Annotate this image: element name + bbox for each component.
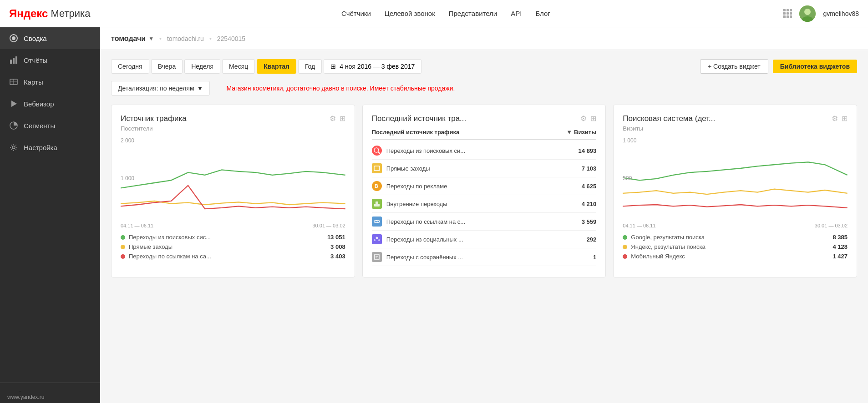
row0-value: 14 893 [579, 147, 597, 154]
filter-today[interactable]: Сегодня [111, 59, 149, 74]
settings-icon[interactable]: ⚙ [330, 114, 336, 123]
table-row: Прямые заходы 7 103 [372, 160, 597, 177]
card1-icons: ⚙ ⊞ [330, 114, 345, 123]
table-row: Переходы из социальных ... 292 [372, 231, 597, 248]
table-row: Внутренние переходы 4 210 [372, 195, 597, 213]
card3-subtitle: Визиты [623, 125, 848, 132]
legend-label-mobile-yandex: Мобильный Яндекс [631, 253, 685, 260]
legend-item: Google, результаты поиска 8 385 [623, 234, 848, 241]
apps-grid-icon[interactable] [783, 9, 792, 18]
sidebar-item-webvisor[interactable]: Вебвизор [0, 93, 100, 115]
card1-dates: 04.11 — 06.11 30.01 — 03.02 [121, 223, 345, 228]
create-widget-button[interactable]: + Создать виджет [700, 59, 768, 74]
sort-arrow: ▼ [566, 129, 572, 136]
footer-url: www.yandex.ru [7, 394, 44, 400]
detail-select[interactable]: Детализация: по неделям ▼ [111, 81, 210, 96]
legend-label-search: Переходы из поисковых сис... [129, 234, 211, 241]
legend-item: Мобильный Яндекс 1 427 [623, 253, 848, 260]
nav-calls[interactable]: Целевой звонок [385, 10, 435, 17]
date-range-button[interactable]: ⊞ 4 ноя 2016 — 3 фев 2017 [324, 59, 421, 74]
row4-value: 3 559 [582, 218, 597, 225]
avatar[interactable] [799, 5, 816, 22]
grid-icon[interactable]: ⊞ [842, 114, 848, 123]
saved-source-icon [372, 252, 382, 262]
settings-icon[interactable]: ⚙ [580, 114, 587, 123]
svg-point-14 [374, 148, 379, 152]
row6-value: 1 [593, 254, 596, 261]
sidebar-item-settings[interactable]: Настройка [0, 136, 100, 158]
logo[interactable]: Яндекс Метрика [9, 7, 90, 20]
site-selector[interactable]: томодачи ▼ [111, 35, 154, 43]
social-source-icon [372, 234, 382, 244]
logo-metrika: Метрика [51, 8, 90, 20]
filter-quarter[interactable]: Квартал [257, 59, 296, 74]
map-icon [9, 77, 18, 86]
card3-y-top: 1 000 [623, 137, 636, 144]
sidebar-item-maps[interactable]: Карты [0, 71, 100, 93]
filter-yesterday[interactable]: Вчера [151, 59, 183, 74]
filter-month[interactable]: Месяц [222, 59, 255, 74]
row1-label: Прямые заходы [386, 165, 577, 172]
site-url: tomodachi.ru [167, 35, 204, 42]
legend-label-links: Переходы по ссылкам на са... [129, 253, 211, 260]
card-traffic-source: Источник трафика ⚙ ⊞ Посетители 2 000 1 … [111, 105, 355, 277]
nav-blog[interactable]: Блог [535, 10, 550, 17]
legend-value-links: 3 403 [330, 253, 345, 260]
sidebar-item-segments[interactable]: Сегменты [0, 115, 100, 136]
calendar-icon: ⊞ [330, 63, 336, 70]
sidebar-item-reports[interactable]: Отчёты [0, 49, 100, 71]
legend-value-yandex: 4 128 [832, 243, 848, 250]
link-source-icon [372, 217, 382, 227]
grid-icon[interactable]: ⊞ [590, 114, 596, 123]
footer-bar: www.yandex.ru [0, 391, 100, 403]
card3-title: Поисковая система (дет... [623, 114, 715, 123]
legend-item: Яндекс, результаты поиска 4 128 [623, 243, 848, 250]
search-source-icon [372, 146, 382, 156]
legend-value-google: 8 385 [832, 234, 848, 241]
widget-library-button[interactable]: Библиотека виджетов [773, 60, 857, 73]
legend-label-yandex: Яндекс, результаты поиска [631, 243, 705, 250]
legend-item: Прямые заходы 3 008 [121, 243, 345, 250]
direct-source-icon [372, 163, 382, 173]
main-nav: Счётчики Целевой звонок Представители AP… [108, 10, 783, 17]
card1-chart: 2 000 1 000 [121, 137, 345, 219]
svg-point-21 [374, 239, 376, 241]
username: gvmelihov88 [823, 10, 859, 17]
row3-value: 4 210 [582, 201, 597, 207]
legend-label-google: Google, результаты поиска [631, 234, 705, 241]
filter-week[interactable]: Неделя [184, 59, 220, 74]
nav-reps[interactable]: Представители [449, 10, 497, 17]
header-right: gvmelihov88 [783, 5, 859, 22]
sidebar-label-settings: Настройка [24, 144, 57, 151]
filter-bar: Сегодня Вчера Неделя Месяц Квартал Год ⊞… [111, 59, 857, 74]
topbar: томодачи ▼ • tomodachi.ru • 22540015 [100, 27, 868, 50]
detail-label: Детализация: по неделям [118, 85, 194, 92]
col-visits-label: ▼ Визиты [566, 129, 596, 136]
filter-year[interactable]: Год [298, 59, 322, 74]
counter-id: 22540015 [217, 35, 245, 42]
card2-header: Последний источник тра... ⚙ ⊞ [372, 114, 597, 123]
table-row: Переходы с сохранённых ... 1 [372, 248, 597, 266]
table-row: Переходы по ссылкам на с... 3 559 [372, 213, 597, 231]
legend-dot-yellow [121, 245, 125, 249]
row4-label: Переходы по ссылкам на с... [386, 218, 577, 225]
svg-point-22 [378, 239, 380, 241]
chart-icon [9, 55, 18, 65]
row2-label: Переходы по рекламе [386, 183, 577, 190]
grid-icon[interactable]: ⊞ [340, 114, 345, 123]
settings-icon[interactable]: ⚙ [832, 114, 838, 123]
legend-dot-red [623, 254, 627, 259]
nav-api[interactable]: API [511, 10, 522, 17]
sidebar-item-svodka[interactable]: Сводка [0, 27, 100, 49]
svg-rect-23 [375, 254, 379, 260]
nav-counters[interactable]: Счётчики [341, 10, 371, 17]
logo-yandex: Яндекс [9, 7, 48, 20]
legend-label-direct: Прямые заходы [129, 243, 173, 250]
sidebar: Сводка Отчёты Карты Вебвизор Сегменты [0, 27, 100, 403]
detail-bar: Детализация: по неделям ▼ Магазин космет… [111, 81, 857, 96]
row6-label: Переходы с сохранённых ... [386, 254, 589, 261]
card2-title: Последний источник тра... [372, 114, 467, 123]
legend-item: Переходы из поисковых сис... 13 051 [121, 234, 345, 241]
svg-rect-5 [10, 60, 12, 64]
card1-svg [121, 146, 345, 219]
